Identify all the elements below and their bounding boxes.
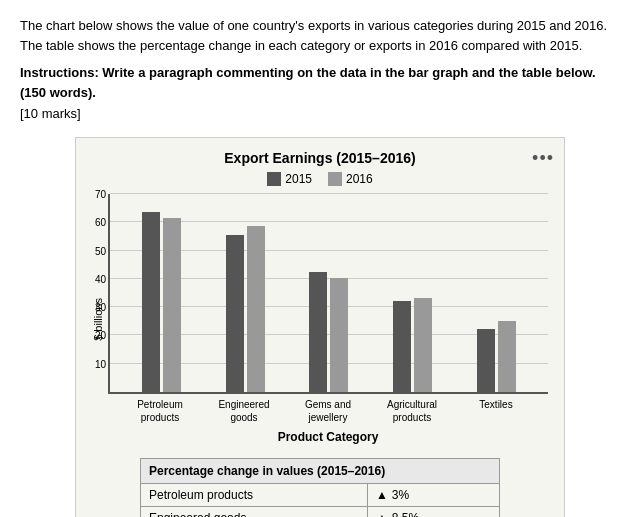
table-container: Percentage change in values (2015–2016) … [140, 458, 500, 517]
instructions-text: Instructions: Write a paragraph commenti… [20, 63, 620, 102]
y-tick-label: 60 [84, 217, 106, 228]
grid-and-bars: 10203040506070 [108, 194, 548, 394]
legend-label-2016: 2016 [346, 172, 373, 186]
chart-area: $ billions 10203040506070 Petroleumprodu… [92, 194, 548, 444]
bar-group [142, 212, 181, 392]
y-tick-label: 10 [84, 358, 106, 369]
chart-inner: 10203040506070 PetroleumproductsEngineer… [108, 194, 548, 444]
more-button[interactable]: ••• [532, 148, 554, 169]
x-labels: PetroleumproductsEngineeredgoodsGems and… [108, 394, 548, 424]
x-axis-title: Product Category [108, 430, 548, 444]
x-label: Gems andjewellery [298, 398, 358, 424]
table-category: Engineered goods [141, 507, 368, 518]
bar-group [309, 272, 348, 392]
chart-legend: 2015 2016 [92, 172, 548, 186]
y-tick-label: 70 [84, 189, 106, 200]
table-value: ▲3% [367, 484, 499, 507]
change-value: 3% [392, 488, 409, 502]
marks-text: [10 marks] [20, 106, 620, 121]
y-tick-label: 30 [84, 302, 106, 313]
bar-2016 [247, 226, 265, 392]
arrow-up-icon: ▲ [376, 488, 388, 502]
bars-container [110, 194, 548, 392]
y-tick-label: 20 [84, 330, 106, 341]
legend-box-2015 [267, 172, 281, 186]
chart-title: Export Earnings (2015–2016) [92, 150, 548, 166]
legend-2016: 2016 [328, 172, 373, 186]
table-value: ▲8.5% [367, 507, 499, 518]
table-row: Engineered goods▲8.5% [141, 507, 500, 518]
y-tick-label: 50 [84, 245, 106, 256]
y-tick-label: 40 [84, 273, 106, 284]
legend-box-2016 [328, 172, 342, 186]
table-header: Percentage change in values (2015–2016) [141, 459, 500, 484]
bar-2015 [309, 272, 327, 392]
bar-group [477, 321, 516, 392]
bar-2016 [498, 321, 516, 392]
bar-2016 [414, 298, 432, 392]
bar-group [393, 298, 432, 392]
x-label: Petroleumproducts [130, 398, 190, 424]
arrow-up-icon: ▲ [376, 511, 388, 517]
bar-2015 [142, 212, 160, 392]
table-row: Petroleum products▲3% [141, 484, 500, 507]
legend-label-2015: 2015 [285, 172, 312, 186]
bar-2016 [330, 278, 348, 392]
table-body: Petroleum products▲3%Engineered goods▲8.… [141, 484, 500, 518]
chart-container: ••• Export Earnings (2015–2016) 2015 201… [75, 137, 565, 517]
bar-group [226, 226, 265, 392]
x-label: Engineeredgoods [214, 398, 274, 424]
x-label: Agriculturalproducts [382, 398, 442, 424]
legend-2015: 2015 [267, 172, 312, 186]
description-text: The chart below shows the value of one c… [20, 16, 620, 55]
bar-2016 [163, 218, 181, 392]
change-value: 8.5% [392, 511, 419, 517]
data-table: Percentage change in values (2015–2016) … [140, 458, 500, 517]
table-category: Petroleum products [141, 484, 368, 507]
bar-2015 [477, 329, 495, 392]
bar-2015 [226, 235, 244, 392]
x-label: Textiles [466, 398, 526, 424]
bar-2015 [393, 301, 411, 392]
